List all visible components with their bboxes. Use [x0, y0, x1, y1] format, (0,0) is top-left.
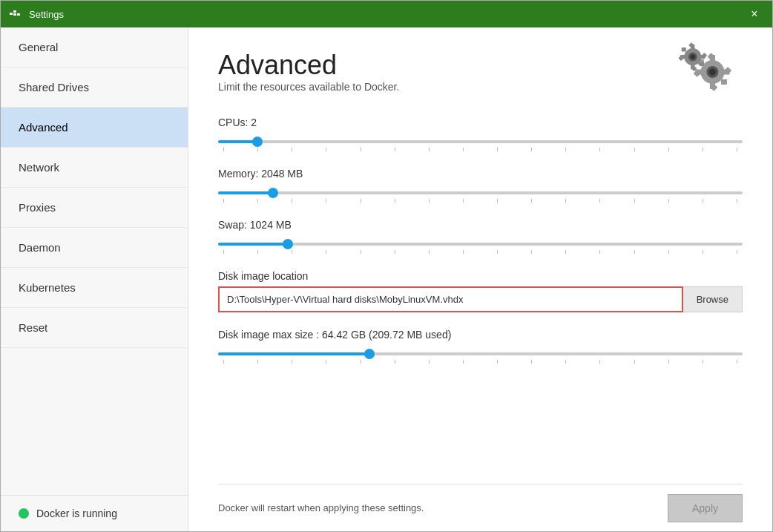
docker-status-text: Docker is running — [36, 508, 117, 519]
svg-rect-28 — [682, 47, 686, 51]
settings-window: Settings × General Shared Drives Advance… — [0, 0, 773, 532]
cpu-slider[interactable] — [218, 140, 743, 143]
app-icon — [8, 7, 23, 22]
memory-slider-group: Memory: 2048 MB — [218, 168, 743, 203]
sidebar-item-daemon[interactable]: Daemon — [1, 228, 188, 268]
sidebar: General Shared Drives Advanced Network P… — [1, 27, 188, 531]
sidebar-item-network[interactable]: Network — [1, 148, 188, 188]
svg-rect-12 — [721, 79, 727, 85]
disk-location-input[interactable] — [218, 286, 683, 312]
disk-max-ticks — [218, 358, 743, 364]
disk-location-row: Browse — [218, 286, 743, 312]
swap-slider[interactable] — [218, 243, 743, 246]
memory-slider[interactable] — [218, 191, 743, 194]
disk-max-slider[interactable] — [218, 352, 743, 355]
page-title: Advanced — [218, 50, 399, 81]
disk-location-section: Disk image location Browse — [218, 270, 743, 312]
sidebar-item-reset[interactable]: Reset — [1, 308, 188, 348]
memory-ticks — [218, 197, 743, 203]
cpu-slider-label: CPUs: 2 — [218, 116, 743, 128]
sidebar-footer: Docker is running — [1, 495, 188, 531]
content-area: General Shared Drives Advanced Network P… — [1, 27, 772, 531]
swap-ticks — [218, 249, 743, 254]
restart-notice: Docker will restart when applying these … — [218, 502, 668, 513]
page-header-left: Advanced Limit the resources available t… — [218, 50, 399, 111]
apply-button[interactable]: Apply — [668, 494, 743, 522]
browse-button[interactable]: Browse — [683, 286, 743, 312]
sidebar-item-proxies[interactable]: Proxies — [1, 188, 188, 228]
svg-rect-25 — [700, 62, 704, 66]
close-button[interactable]: × — [744, 4, 765, 24]
footer-bar: Docker will restart when applying these … — [218, 484, 743, 531]
title-bar: Settings × — [1, 1, 772, 27]
svg-rect-3 — [17, 13, 20, 16]
cpu-slider-group: CPUs: 2 — [218, 116, 743, 151]
page-header: Advanced Limit the resources available t… — [218, 50, 743, 111]
svg-rect-0 — [10, 13, 13, 15]
cpu-ticks — [218, 146, 743, 151]
sidebar-item-general[interactable]: General — [1, 27, 188, 68]
sliders-area: CPUs: 2 — [218, 116, 743, 484]
swap-slider-label: Swap: 1024 MB — [218, 219, 743, 231]
page-subtitle: Limit the resources available to Docker. — [218, 81, 399, 93]
swap-slider-group: Swap: 1024 MB — [218, 219, 743, 254]
svg-point-19 — [691, 54, 695, 59]
disk-max-section: Disk image max size : 64.42 GB (209.72 M… — [218, 329, 743, 364]
docker-status-dot — [19, 508, 29, 519]
disk-max-label: Disk image max size : 64.42 GB (209.72 M… — [218, 329, 743, 341]
memory-slider-label: Memory: 2048 MB — [218, 168, 743, 180]
svg-rect-2 — [13, 13, 16, 16]
sidebar-item-shared-drives[interactable]: Shared Drives — [1, 68, 188, 108]
sidebar-item-advanced[interactable]: Advanced — [1, 108, 188, 148]
disk-location-label: Disk image location — [218, 270, 743, 282]
svg-point-6 — [709, 69, 716, 76]
main-content-area: Advanced Limit the resources available t… — [188, 27, 772, 531]
sidebar-item-kubernetes[interactable]: Kubernetes — [1, 268, 188, 308]
window-title: Settings — [29, 9, 744, 20]
gear-icon — [676, 42, 743, 105]
svg-rect-1 — [13, 10, 16, 13]
